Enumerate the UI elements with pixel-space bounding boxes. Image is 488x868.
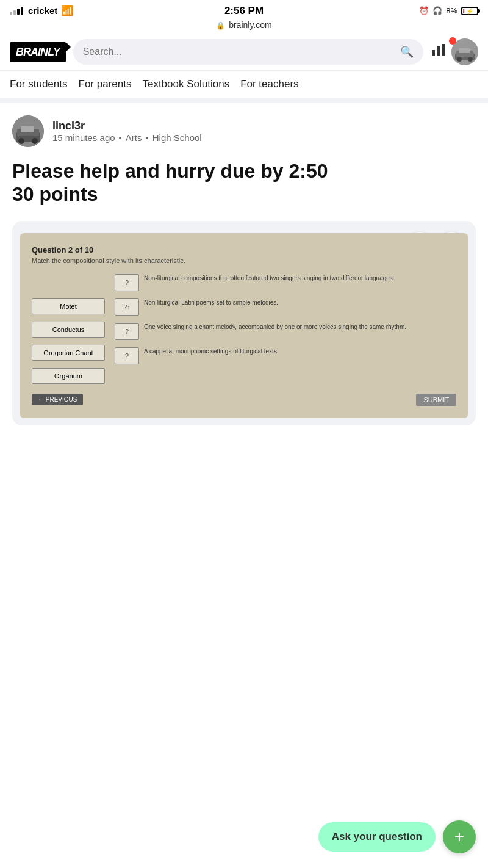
search-icon: 🔍 [400, 45, 414, 59]
search-input[interactable] [83, 46, 395, 57]
status-bar: cricket 📶 2:56 PM ⏰ 🎧 8% ⚡ [0, 0, 488, 19]
svg-rect-16 [28, 126, 34, 132]
match-row-2: ?↑ Non-liturgical Latin poems set to sim… [115, 298, 456, 316]
question-image-container: 🔍 ↺ Question 2 of 10 Match the compositi… [12, 221, 476, 425]
svg-rect-2 [442, 44, 445, 56]
status-left: cricket 📶 [10, 5, 73, 16]
term-conductus: Conductus [32, 322, 105, 338]
blank-3[interactable]: ? [115, 323, 139, 340]
quiz-terms-column: Motet Conductus Gregorian Chant Organum [32, 274, 105, 384]
quiz-layout: Motet Conductus Gregorian Chant Organum … [32, 274, 456, 384]
desc-1: Non-liturgical compositions that often f… [144, 274, 456, 283]
url-bar: 🔒 brainly.com [0, 19, 488, 34]
svg-point-13 [18, 138, 24, 144]
search-bar[interactable]: 🔍 [73, 39, 423, 65]
post-level: High School [152, 132, 202, 143]
svg-point-6 [457, 57, 462, 62]
new-question-button[interactable]: + [443, 820, 476, 853]
nav-parents[interactable]: For parents [79, 78, 143, 90]
term-motet: Motet [32, 298, 105, 314]
nav-icons [431, 38, 478, 65]
quiz-footer: ← PREVIOUS SUBMIT [32, 394, 456, 406]
user-info: lincl3r 15 minutes ago • Arts • High Sch… [52, 120, 202, 143]
signal-bars-icon [10, 7, 23, 15]
svg-point-14 [32, 138, 38, 144]
nav-textbook[interactable]: Textbook Solutions [142, 78, 240, 90]
svg-rect-0 [432, 50, 435, 56]
match-row-4: ? A cappella, monophonic settings of lit… [115, 347, 456, 364]
bottom-bar: Ask your question + [0, 811, 488, 868]
username[interactable]: lincl3r [52, 120, 202, 132]
blank-1[interactable]: ? [115, 274, 139, 291]
carrier-label: cricket [28, 5, 57, 16]
quiz-instruction: Match the compositional style with its c… [32, 257, 456, 264]
lock-icon: 🔒 [216, 21, 225, 30]
brainly-logo[interactable]: BRAINLY [10, 42, 66, 62]
post-subject: Arts [126, 132, 142, 143]
section-divider [0, 98, 488, 103]
alarm-icon: ⏰ [419, 6, 429, 15]
content-area: lincl3r 15 minutes ago • Arts • High Sch… [0, 103, 488, 425]
nav-students[interactable]: For students [10, 78, 79, 90]
quiz-frame: Question 2 of 10 Match the compositional… [20, 233, 468, 418]
desc-3: One voice singing a chant melody, accomp… [144, 323, 456, 331]
svg-rect-15 [21, 126, 28, 132]
notification-dot [449, 37, 456, 45]
battery-icon: ⚡ [461, 7, 478, 15]
headphone-icon: 🎧 [432, 6, 442, 15]
match-row-3: ? One voice singing a chant melody, acco… [115, 323, 456, 340]
blank-2[interactable]: ?↑ [115, 298, 139, 316]
post-time: 15 minutes ago [52, 132, 115, 143]
svg-rect-8 [459, 48, 465, 53]
user-avatar [12, 115, 44, 147]
svg-point-7 [468, 57, 473, 62]
desc-4: A cappella, monophonic settings of litur… [144, 347, 456, 356]
ask-question-button[interactable]: Ask your question [318, 822, 436, 852]
meta-dot-2: • [146, 132, 149, 143]
url-text: brainly.com [229, 20, 272, 30]
svg-rect-1 [437, 46, 440, 56]
time-display: 2:56 PM [224, 5, 264, 17]
battery-percent: 8% [446, 6, 458, 15]
nav-menu: For students For parents Textbook Soluti… [0, 71, 488, 98]
prev-button[interactable]: ← PREVIOUS [32, 394, 83, 405]
quiz-question-number: Question 2 of 10 [32, 245, 456, 255]
nav-header: BRAINLY 🔍 [0, 34, 488, 71]
term-organum: Organum [32, 368, 105, 384]
nav-teachers[interactable]: For teachers [240, 78, 309, 90]
question-title: Please help and hurry due by 2:50 30 poi… [12, 159, 476, 206]
svg-rect-9 [465, 48, 470, 53]
submit-button[interactable]: SUBMIT [416, 394, 456, 406]
chart-icon[interactable] [431, 43, 447, 61]
user-meta: 15 minutes ago • Arts • High School [52, 132, 202, 143]
quiz-matches-column: ? Non-liturgical compositions that often… [115, 274, 456, 384]
status-right: ⏰ 🎧 8% ⚡ [419, 6, 478, 15]
wifi-icon: 📶 [61, 5, 73, 16]
match-row-1: ? Non-liturgical compositions that often… [115, 274, 456, 291]
term-gregorian: Gregorian Chant [32, 345, 105, 361]
charging-icon: ⚡ [466, 7, 473, 14]
user-row: lincl3r 15 minutes ago • Arts • High Sch… [12, 115, 476, 147]
desc-2: Non-liturgical Latin poems set to simple… [144, 298, 456, 307]
blank-4[interactable]: ? [115, 347, 139, 364]
meta-dot-1: • [119, 132, 122, 143]
